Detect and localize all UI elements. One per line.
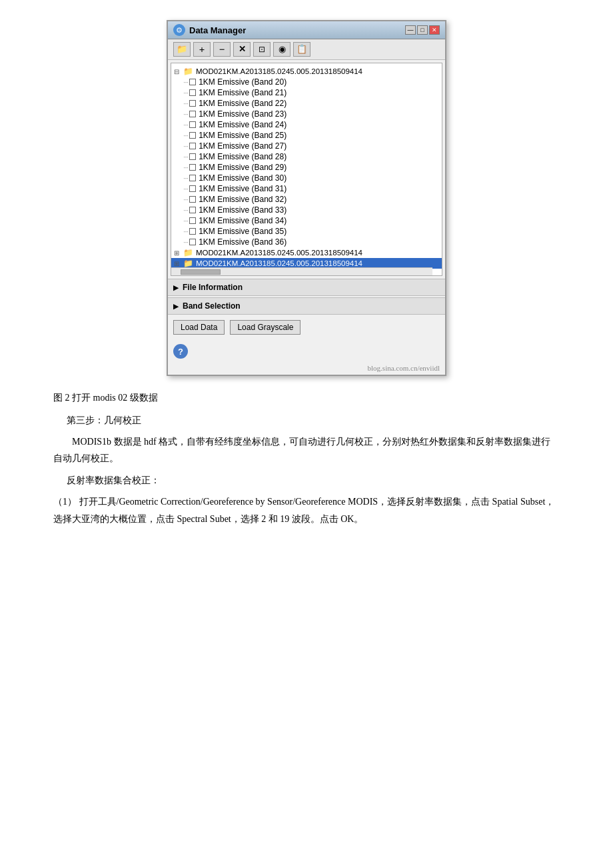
- band-item-35[interactable]: ···· 1KM Emissive (Band 35): [171, 226, 442, 237]
- band-label-22: 1KM Emissive (Band 22): [199, 99, 287, 108]
- band-item-27[interactable]: ···· 1KM Emissive (Band 27): [171, 141, 442, 151]
- horizontal-scrollbar[interactable]: [171, 267, 432, 275]
- export-button[interactable]: ⊡: [253, 42, 271, 57]
- dash-line-27: ····: [183, 143, 188, 150]
- h-scroll-thumb[interactable]: [181, 269, 221, 275]
- tree-container: ⊟ 📁 MOD021KM.A2013185.0245.005.201318509…: [171, 63, 442, 276]
- band-item-33[interactable]: ···· 1KM Emissive (Band 33): [171, 205, 442, 215]
- band-label-35: 1KM Emissive (Band 35): [199, 227, 287, 236]
- band-item-34[interactable]: ···· 1KM Emissive (Band 34): [171, 215, 442, 226]
- checkbox-21[interactable]: [189, 89, 196, 96]
- expand-icon-2: ⊞: [174, 249, 183, 257]
- toolbar: 📁 + − ✕ ⊡ ◉ 📋: [168, 39, 445, 60]
- band-item-31[interactable]: ···· 1KM Emissive (Band 31): [171, 183, 442, 194]
- dash-line-22: ····: [183, 100, 188, 107]
- expand-icon-1: ⊟: [174, 68, 183, 75]
- band-item-24[interactable]: ···· 1KM Emissive (Band 24): [171, 119, 442, 130]
- band-item-36[interactable]: ···· 1KM Emissive (Band 36): [171, 237, 442, 247]
- band-label-21: 1KM Emissive (Band 21): [199, 88, 287, 97]
- dash-line-29: ····: [183, 164, 188, 171]
- checkbox-28[interactable]: [189, 153, 196, 160]
- band-selection-label: Band Selection: [183, 301, 241, 311]
- dash-line-34: ····: [183, 217, 188, 225]
- watermark: blog.sina.com.cn/enviidl: [168, 363, 445, 375]
- checkbox-20[interactable]: [189, 79, 196, 85]
- window-controls: — □ ✕: [405, 25, 440, 35]
- clipboard-button[interactable]: 📋: [293, 42, 310, 57]
- band-label-34: 1KM Emissive (Band 34): [199, 216, 287, 225]
- band-item-25[interactable]: ···· 1KM Emissive (Band 25): [171, 130, 442, 141]
- title-bar-left: ⚙ Data Manager: [173, 24, 246, 36]
- checkbox-35[interactable]: [189, 228, 196, 235]
- file-info-label: File Information: [183, 283, 243, 292]
- figure-caption: 图 2 打开 modis 02 级数据: [53, 392, 586, 404]
- minimize-button[interactable]: —: [405, 25, 416, 35]
- band-selection-arrow: ▶: [173, 303, 179, 310]
- folder-icon-1: 📁: [183, 67, 194, 76]
- checkbox-29[interactable]: [189, 164, 196, 171]
- open-folder-button[interactable]: 📁: [173, 42, 191, 57]
- tree-root-node-1[interactable]: ⊟ 📁 MOD021KM.A2013185.0245.005.201318509…: [171, 66, 442, 77]
- band-item-30[interactable]: ···· 1KM Emissive (Band 30): [171, 173, 442, 183]
- band-label-32: 1KM Emissive (Band 32): [199, 195, 287, 204]
- folder-icon-2: 📁: [183, 248, 194, 257]
- load-data-button[interactable]: Load Data: [173, 320, 225, 335]
- band-label-25: 1KM Emissive (Band 25): [199, 131, 287, 140]
- dash-line-36: ····: [183, 239, 188, 246]
- step3-title: 第三步：几何校正: [67, 415, 586, 427]
- settings-button[interactable]: ◉: [273, 42, 291, 57]
- checkbox-25[interactable]: [189, 132, 196, 139]
- close-button[interactable]: ✕: [429, 25, 440, 35]
- dash-line-33: ····: [183, 207, 188, 214]
- root-label-1: MOD021KM.A2013185.0245.005.201318509414: [196, 67, 362, 75]
- checkbox-27[interactable]: [189, 143, 196, 149]
- dash-line-32: ····: [183, 196, 188, 203]
- title-bar: ⚙ Data Manager — □ ✕: [168, 21, 445, 39]
- band-label-20: 1KM Emissive (Band 20): [199, 77, 287, 87]
- band-item-32[interactable]: ···· 1KM Emissive (Band 32): [171, 194, 442, 205]
- root-label-2: MOD021KM.A2013185.0245.005.201318509414: [196, 249, 362, 257]
- button-row: Load Data Load Grayscale: [168, 315, 445, 340]
- band-item-20[interactable]: ···· 1KM Emissive (Band 20): [171, 77, 442, 87]
- dash-line-35: ····: [183, 228, 188, 235]
- dash-line-21: ····: [183, 89, 188, 97]
- dash-line-23: ····: [183, 111, 188, 118]
- band-label-24: 1KM Emissive (Band 24): [199, 120, 287, 129]
- band-item-21[interactable]: ···· 1KM Emissive (Band 21): [171, 87, 442, 98]
- band-selection-section[interactable]: ▶ Band Selection: [168, 297, 445, 315]
- numbered-item-1: （1） 打开工具/Geometric Correction/Georeferen…: [53, 493, 560, 527]
- checkbox-34[interactable]: [189, 217, 196, 224]
- checkbox-30[interactable]: [189, 175, 196, 181]
- app-icon: ⚙: [173, 24, 185, 36]
- checkbox-36[interactable]: [189, 239, 196, 245]
- file-info-section[interactable]: ▶ File Information: [168, 279, 445, 296]
- tree-root-node-2[interactable]: ⊞ 📁 MOD021KM.A2013185.0245.005.201318509…: [171, 247, 442, 258]
- help-button[interactable]: ?: [173, 344, 188, 359]
- dash-line-28: ····: [183, 153, 188, 161]
- band-label-30: 1KM Emissive (Band 30): [199, 173, 287, 183]
- delete-button[interactable]: ✕: [233, 42, 251, 57]
- root-label-3: MOD021KM.A2013185.0245.005.201318509414: [196, 259, 362, 267]
- data-manager-window: ⚙ Data Manager — □ ✕ 📁 + − ✕ ⊡ ◉ 📋 ⊟ 📁 M…: [167, 20, 446, 376]
- band-item-29[interactable]: ···· 1KM Emissive (Band 29): [171, 162, 442, 173]
- restore-button[interactable]: □: [417, 25, 428, 35]
- dash-line-30: ····: [183, 175, 188, 182]
- tree-view[interactable]: ⊟ 📁 MOD021KM.A2013185.0245.005.201318509…: [171, 63, 442, 275]
- paragraph-1: MODIS1b 数据是 hdf 格式，自带有经纬度坐标信息，可自动进行几何校正，…: [53, 433, 560, 467]
- checkbox-32[interactable]: [189, 196, 196, 203]
- remove-button[interactable]: −: [213, 42, 231, 57]
- band-label-36: 1KM Emissive (Band 36): [199, 237, 287, 247]
- checkbox-24[interactable]: [189, 121, 196, 128]
- dash-line-31: ····: [183, 185, 188, 193]
- band-label-33: 1KM Emissive (Band 33): [199, 205, 287, 215]
- band-item-28[interactable]: ···· 1KM Emissive (Band 28): [171, 151, 442, 162]
- checkbox-22[interactable]: [189, 100, 196, 107]
- band-label-29: 1KM Emissive (Band 29): [199, 163, 287, 172]
- load-grayscale-button[interactable]: Load Grayscale: [230, 320, 301, 335]
- checkbox-31[interactable]: [189, 185, 196, 192]
- checkbox-23[interactable]: [189, 111, 196, 117]
- checkbox-33[interactable]: [189, 207, 196, 213]
- add-button[interactable]: +: [193, 42, 211, 57]
- band-item-22[interactable]: ···· 1KM Emissive (Band 22): [171, 98, 442, 109]
- band-item-23[interactable]: ···· 1KM Emissive (Band 23): [171, 109, 442, 119]
